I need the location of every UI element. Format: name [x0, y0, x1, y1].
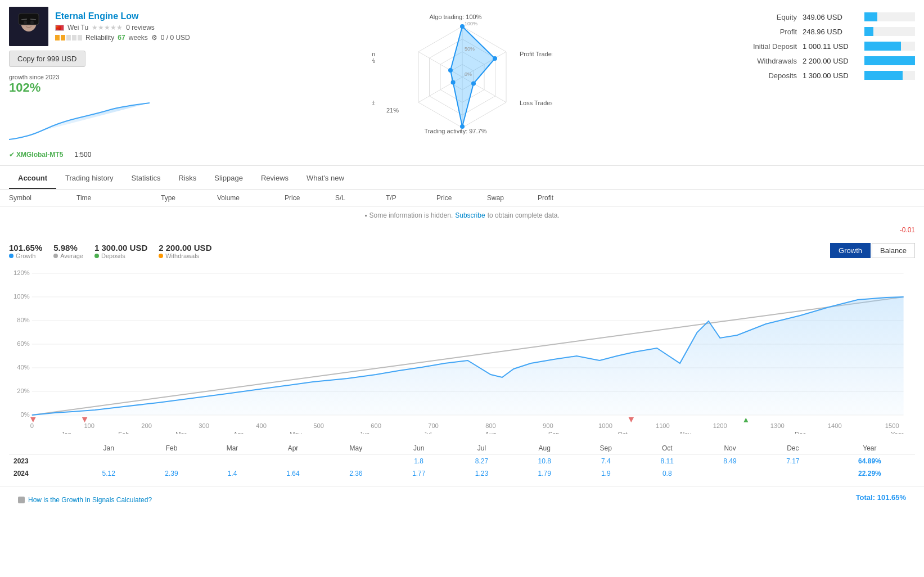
svg-rect-2 — [21, 31, 37, 46]
footer-note-text[interactable]: How is the Growth in Signals Calculated? — [28, 496, 152, 504]
radar-section: 100% 50% 0% Algo trading: 100% Profit Tr… — [201, 7, 724, 142]
initial-deposit-bar-wrap — [864, 42, 915, 51]
col-may: May — [324, 442, 387, 455]
svg-text:80%: 80% — [17, 317, 30, 323]
tab-slippage[interactable]: Slippage — [205, 168, 252, 189]
col-profit: Profit — [538, 194, 594, 202]
star-rating: ★★★★★ — [92, 24, 123, 31]
tab-statistics[interactable]: Statistics — [123, 168, 170, 189]
svg-point-4 — [24, 21, 27, 25]
stats-section: Equity 349.06 USD Profit 248.96 USD Init… — [735, 7, 915, 85]
profile-info: Eternal Engine Low 🇨🇳 Wei Tu ★★★★★ 0 rev… — [55, 11, 190, 42]
tab-trading-history[interactable]: Trading history — [56, 168, 123, 189]
radar-deposit-val: 21% — [386, 107, 399, 114]
y2023-mar — [203, 455, 262, 468]
svg-text:60%: 60% — [17, 340, 30, 347]
svg-text:▼: ▼ — [626, 414, 635, 424]
col-price1: Price — [285, 194, 335, 202]
deposits-metric-value: 1 300.00 USD — [94, 243, 147, 253]
col-jul: Jul — [450, 442, 513, 455]
svg-text:700: 700 — [428, 422, 439, 429]
tabs-bar: Account Trading history Statistics Risks… — [0, 168, 924, 190]
rel-seg-4 — [72, 35, 76, 40]
broker-name: XMGlobal-MT5 — [16, 151, 63, 159]
svg-text:50%: 50% — [465, 46, 475, 52]
y2024-nov — [698, 467, 761, 480]
rel-seg-5 — [78, 35, 82, 40]
svg-text:120%: 120% — [13, 269, 30, 276]
initial-deposit-value: 1 000.11 USD — [803, 42, 859, 51]
col-oct: Oct — [635, 442, 698, 455]
svg-text:1200: 1200 — [713, 422, 727, 429]
hidden-text: Some information is hidden. — [369, 211, 453, 219]
svg-text:1300: 1300 — [770, 422, 785, 429]
chart-btn-group: Growth Balance — [830, 243, 915, 258]
svg-text:1500: 1500 — [885, 422, 899, 429]
initial-deposit-label: Initial Deposit — [735, 42, 797, 51]
svg-text:Feb: Feb — [118, 431, 129, 434]
mini-growth-chart — [9, 97, 150, 142]
svg-point-5 — [30, 21, 34, 25]
svg-text:40%: 40% — [17, 364, 30, 371]
svg-text:Jul: Jul — [423, 431, 431, 434]
average-metric-label: Average — [53, 253, 83, 259]
withdrawals-metric-value: 2 200.00 USD — [159, 243, 211, 253]
y2024-apr: 1.64 — [262, 467, 324, 480]
tab-risks[interactable]: Risks — [170, 168, 206, 189]
col-tp: T/P — [386, 194, 436, 202]
total-value: 101.65% — [877, 493, 906, 502]
deposits-row: Deposits 1 300.00 USD — [735, 71, 915, 80]
svg-text:Jun: Jun — [359, 431, 369, 434]
growth-since-label: growth since 2023 — [9, 74, 190, 80]
y2024-mar: 1.4 — [203, 467, 262, 480]
y2024-dec — [761, 467, 824, 480]
radar-deposit: Max deposit load: — [372, 100, 376, 106]
footer-bar: How is the Growth in Signals Calculated?… — [0, 486, 924, 507]
svg-point-21 — [471, 82, 476, 86]
withdrawals-row: Withdrawals 2 200.00 USD — [735, 56, 915, 65]
withdrawals-bar-wrap — [864, 56, 915, 65]
col-apr: Apr — [262, 442, 324, 455]
main-chart-container: 120% 100% 80% 60% 40% 20% 0% 0 100 200 3… — [9, 265, 915, 435]
tab-account[interactable]: Account — [9, 168, 56, 189]
svg-text:800: 800 — [485, 422, 496, 429]
svg-rect-3 — [19, 13, 39, 25]
y2023-nov: 8.49 — [698, 455, 761, 468]
yearly-table: Jan Feb Mar Apr May Jun Jul Aug Sep Oct … — [9, 442, 915, 480]
reliability-bar — [55, 35, 82, 40]
country-flag: 🇨🇳 — [55, 25, 64, 31]
copy-button[interactable]: Copy for 999 USD — [9, 51, 85, 67]
profit-bar-wrap — [864, 27, 915, 36]
y2023-oct: 8.11 — [635, 455, 698, 468]
withdrawals-label: Withdrawals — [735, 57, 797, 65]
initial-deposit-row: Initial Deposit 1 000.11 USD — [735, 42, 915, 51]
main-growth-chart: 120% 100% 80% 60% 40% 20% 0% 0 100 200 3… — [9, 265, 915, 434]
profit-negative-value: -0.01 — [0, 224, 924, 236]
weeks-label: weeks — [129, 34, 148, 42]
tab-whats-new[interactable]: What's new — [298, 168, 353, 189]
radar-chart: 100% 50% 0% Algo trading: 100% Profit Tr… — [372, 12, 552, 136]
top-section: Eternal Engine Low 🇨🇳 Wei Tu ★★★★★ 0 rev… — [0, 0, 924, 166]
avatar-image — [9, 7, 48, 46]
svg-text:Aug: Aug — [485, 431, 497, 434]
y2023-apr — [262, 455, 324, 468]
equity-bar-wrap — [864, 12, 915, 21]
col-swap: Swap — [487, 194, 538, 202]
col-type: Type — [161, 194, 217, 202]
average-metric-value: 5.98% — [53, 243, 83, 253]
hidden-info-row: ▪ Some information is hidden. Subscribe … — [0, 207, 924, 224]
y2024-aug: 1.79 — [513, 467, 576, 480]
withdrawals-metric-label: Withdrawals — [159, 253, 211, 259]
subscribe-link[interactable]: Subscribe — [455, 211, 485, 219]
y2023-dec: 7.17 — [761, 455, 824, 468]
balance-btn[interactable]: Balance — [872, 243, 915, 258]
check-icon: ✔ — [9, 151, 15, 159]
svg-text:300: 300 — [199, 422, 209, 429]
growth-btn[interactable]: Growth — [830, 243, 871, 258]
y2024-total: 22.29% — [824, 467, 915, 480]
tab-reviews[interactable]: Reviews — [252, 168, 298, 189]
reviews-count: 0 reviews — [126, 24, 155, 31]
y2024-jun: 1.77 — [387, 467, 450, 480]
y2023-jun: 1.8 — [387, 455, 450, 468]
growth-mini: growth since 2023 102% — [9, 74, 190, 144]
